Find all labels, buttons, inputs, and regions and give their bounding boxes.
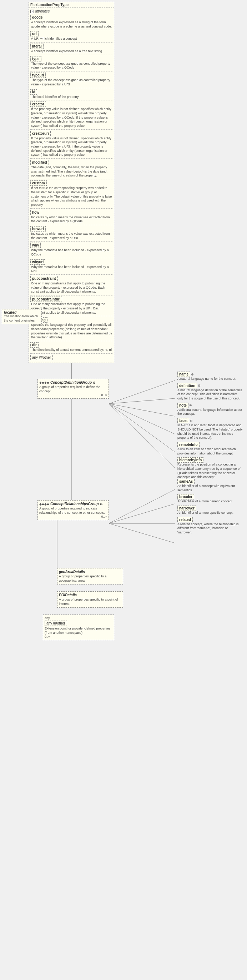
attr-name-typeuri: typeuri — [30, 73, 46, 78]
attr-name-dir: dir — [30, 342, 38, 348]
svg-line-5 — [109, 404, 175, 434]
cp-item-definition: definition ⊕ A natural language definiti… — [177, 383, 244, 401]
rp-desc-related: A related concept, where the relationshi… — [177, 522, 244, 535]
collapse-icon[interactable]: - — [30, 10, 34, 13]
attr-item-creatoruri: creatoruri If the property value is not … — [30, 131, 112, 157]
located-label: located — [4, 310, 40, 314]
attr-desc-why: Why the metadata has been included - exp… — [30, 248, 112, 256]
geo-area-details-label: geoAreaDetails — [59, 570, 121, 574]
attr-desc-creator: If the property value is not defined: sp… — [30, 107, 112, 128]
cp-desc-definition: A natural language definition of the sem… — [177, 388, 244, 401]
cp-item-hierarchyinfo: hierarchyInfo Represents the position of… — [177, 457, 244, 479]
attr-name-qcode: qcode — [30, 15, 44, 20]
attr-item-dir: dir The directionality of textual conten… — [30, 342, 112, 352]
attr-item-type: type The type of the concept assigned as… — [30, 56, 112, 70]
cp-desc-facet: In NAR 1.8 and later, facet is deprecate… — [177, 423, 244, 440]
cp-name-definition: definition — [177, 383, 197, 388]
attr-name-type: type — [30, 56, 41, 62]
rp-item-broader: broader An identifier of a more generic … — [177, 494, 244, 504]
rp-name-narrower: narrower — [177, 506, 196, 511]
attr-name-id: id — [30, 89, 37, 95]
attr-item-modified: modified The date (and, optionally, the … — [30, 160, 112, 178]
attr-item-how: how Indicates by which means the value w… — [30, 210, 112, 224]
poi-details-box: POIDetails A group of properties specifi… — [57, 591, 123, 608]
svg-line-8 — [109, 490, 175, 523]
attr-item-typeuri: typeuri The type of the concept assigned… — [30, 73, 112, 86]
cp-name-name: name — [177, 372, 190, 377]
attr-item-qcode: qcode A concept identifier expressed as … — [30, 15, 112, 29]
cp-name-hierarchyinfo: hierarchyInfo — [177, 457, 203, 463]
attr-item-whyuri: whyuri Why the metadata has been include… — [30, 259, 112, 273]
related-props-panel: sameAs An identifier of a concept with e… — [177, 479, 244, 537]
attributes-label: attributes — [35, 9, 50, 13]
concept-relationships-group-box: ◆◆◆◆ ConceptRelationshipsGroup ⊕ A group… — [38, 500, 109, 520]
svg-line-3 — [109, 398, 175, 404]
geo-area-details-desc: A group of properties specific to a geog… — [59, 574, 121, 583]
attr-desc-creatoruri: If the property value is not defined: sp… — [30, 137, 112, 157]
attr-desc-xmllang: Specifies the language of this property … — [30, 323, 112, 340]
cp-name-facet: facet — [177, 418, 189, 423]
svg-line-4 — [109, 404, 175, 416]
attributes-header: - attributes — [30, 9, 112, 13]
attr-desc-qcode: A concept identifier expressed as a stri… — [30, 21, 112, 29]
attr-desc-howuri: Indicates by which means the value was e… — [30, 232, 112, 240]
attr-item-url: url A URI which identifies a concept — [30, 31, 112, 41]
concept-definition-group-multiplicity: 0..∞ — [39, 393, 107, 397]
main-container: FlexLocationPropType - attributes qcode … — [0, 0, 247, 980]
svg-line-11 — [109, 523, 175, 543]
any-other-bottom-multiplicity: 0..∞ — [44, 635, 112, 638]
attr-item-howuri: howuri Indicates by which means the valu… — [30, 226, 112, 240]
cp-name-note: note — [177, 402, 188, 408]
attr-item-literal: literal A concept identifier expressed a… — [30, 44, 112, 54]
attr-name-literal: literal — [30, 44, 44, 49]
attr-item-creator: creator If the property value is not def… — [30, 102, 112, 128]
concept-definition-group-box: ◆◆◆◆ ConceptDefinitionGroup ⊕ A group of… — [38, 379, 109, 399]
cp-desc-hierarchyinfo: Represents the position of a concept in … — [177, 463, 244, 479]
attr-name-why: why — [30, 243, 41, 248]
svg-line-9 — [109, 504, 175, 523]
attr-desc-type: The type of the concept assigned as cont… — [30, 62, 112, 70]
cp-name-remoteinfo: remoteInfo — [177, 442, 200, 447]
concept-relationships-group-multiplicity: 0..∞ — [39, 515, 107, 519]
attr-item-pubconstraint: pubconstraint One or many constraints th… — [30, 276, 112, 294]
rp-desc-broader: An identifier of a more generic concept. — [177, 500, 244, 504]
concept-definition-group-desc: A group of properties required to define… — [39, 385, 107, 393]
rp-desc-narrower: An identifier of a more specific concept… — [177, 511, 244, 515]
cp-item-note: note ⊕ Additional natural language infor… — [177, 402, 244, 416]
rp-desc-sameas: An identifier of a concept with equivale… — [177, 484, 244, 492]
svg-line-6 — [109, 404, 175, 452]
cp-desc-note: Additional natural language information … — [177, 408, 244, 416]
geo-area-details-box: geoAreaDetails A group of properties spe… — [57, 568, 123, 584]
attr-desc-pubconstrainturi: One or many constraints that apply to pu… — [30, 302, 112, 315]
attr-name-url: url — [30, 31, 38, 37]
attr-item-why: why Why the metadata has been included -… — [30, 243, 112, 256]
cp-desc-remoteinfo: A link to an item or a web resource whic… — [177, 447, 244, 455]
attr-desc-custom: If set to true the corresponding propert… — [30, 186, 112, 207]
rp-item-narrower: narrower An identifier of a more specifi… — [177, 506, 244, 515]
rp-name-related: related — [177, 517, 193, 522]
attr-name-any-other: any ##other — [30, 355, 53, 360]
cp-item-facet: facet ⊕ In NAR 1.8 and later, facet is d… — [177, 418, 244, 440]
svg-line-7 — [109, 404, 175, 468]
poi-details-label: POIDetails — [59, 593, 121, 597]
attr-item-pubconstrainturi: pubconstrainturi One or many constraints… — [30, 296, 112, 315]
concept-definition-group-label: ConceptDefinitionGroup — [50, 380, 92, 384]
any-other-bottom-desc: Extension point for provider-defined pro… — [44, 627, 112, 635]
located-box: located The location from which the cont… — [2, 309, 42, 324]
attr-desc-typeuri: The type of the concept assigned as cont… — [30, 78, 112, 86]
rp-name-broader: broader — [177, 494, 194, 500]
attr-name-whyuri: whyuri — [30, 259, 45, 265]
rp-item-sameas: sameAs An identifier of a concept with e… — [177, 479, 244, 492]
rp-name-sameas: sameAs — [177, 479, 195, 484]
attr-desc-id: The local identifier of the property. — [30, 95, 112, 99]
attr-desc-modified: The date (and, optionally, the time) whe… — [30, 165, 112, 178]
attr-name-howuri: howuri — [30, 226, 46, 232]
attr-name-creatoruri: creatoruri — [30, 131, 51, 136]
attr-item-id: id The local identifier of the property. — [30, 89, 112, 99]
attr-name-creator: creator — [30, 102, 46, 107]
cp-desc-name: A natural language name for the concept. — [177, 377, 244, 381]
attr-desc-whyuri: Why the metadata has been included - exp… — [30, 265, 112, 273]
concept-relationships-group-desc: A group of properties required to indica… — [39, 507, 107, 515]
poi-details-desc: A group of properties specific to a poin… — [59, 598, 121, 606]
attr-item-xmllang: xmllang Specifies the language of this p… — [30, 317, 112, 340]
